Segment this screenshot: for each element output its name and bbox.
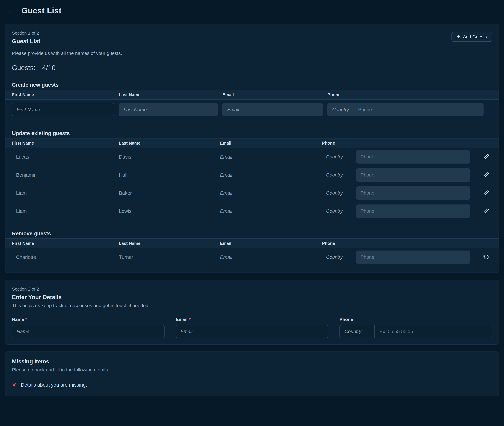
col-last-name: Last Name bbox=[119, 92, 222, 97]
section1-title: Guest List bbox=[12, 38, 40, 44]
table-row: Benjamin Hall Email Country bbox=[6, 166, 498, 184]
page-title: Guest List bbox=[21, 6, 62, 15]
section-guest-list: Section 1 of 2 Guest List + Add Guests P… bbox=[5, 24, 499, 273]
col-last-name: Last Name bbox=[119, 241, 220, 246]
missing-item: ✕ Details about you are missing. bbox=[12, 382, 492, 388]
pencil-icon bbox=[483, 172, 489, 178]
col-first-name: First Name bbox=[6, 141, 119, 146]
guest-email: Email bbox=[220, 154, 322, 160]
remove-guests-table: First Name Last Name Email Phone Charlot… bbox=[6, 238, 498, 266]
missing-items-title: Missing Items bbox=[12, 358, 492, 365]
name-field[interactable] bbox=[12, 325, 165, 338]
guest-last-name: Davis bbox=[119, 154, 220, 160]
table-row: Charlotte Turner Email Country bbox=[6, 248, 498, 266]
guest-phone-input[interactable] bbox=[356, 150, 471, 163]
phone-field-group: Country bbox=[339, 325, 492, 338]
undo-icon bbox=[483, 254, 489, 260]
section-your-details: Section 2 of 2 Enter Your Details This h… bbox=[5, 280, 499, 345]
guest-first-name: Liam bbox=[6, 208, 119, 214]
edit-guest-button[interactable] bbox=[483, 190, 489, 196]
guest-email: Email bbox=[220, 208, 322, 214]
new-phone-input[interactable] bbox=[358, 103, 483, 116]
remove-table-header: First Name Last Name Email Phone bbox=[6, 238, 498, 248]
new-first-name-input[interactable] bbox=[12, 103, 114, 116]
guest-country-selector[interactable]: Country bbox=[322, 190, 356, 196]
col-last-name: Last Name bbox=[119, 141, 220, 146]
pencil-icon bbox=[483, 190, 489, 196]
section2-title: Enter Your Details bbox=[12, 294, 492, 300]
plus-icon: + bbox=[457, 34, 460, 40]
guest-phone-input[interactable] bbox=[356, 168, 471, 182]
phone-field[interactable] bbox=[375, 325, 492, 338]
section-missing-items: Missing Items Please go back and fill in… bbox=[5, 351, 499, 396]
required-asterisk: * bbox=[189, 317, 191, 322]
guests-counter: Guests:4/10 bbox=[12, 64, 492, 72]
error-x-icon: ✕ bbox=[12, 382, 16, 388]
guest-email: Email bbox=[220, 172, 322, 178]
new-phone-field: Country bbox=[327, 103, 483, 116]
col-first-name: First Name bbox=[6, 92, 119, 97]
update-guests-table: First Name Last Name Email Phone Lucas D… bbox=[6, 138, 498, 220]
update-table-header: First Name Last Name Email Phone bbox=[6, 138, 498, 148]
guest-country-selector[interactable]: Country bbox=[322, 172, 356, 178]
pencil-icon bbox=[483, 208, 489, 214]
guest-phone-input[interactable] bbox=[356, 250, 471, 264]
add-guests-label: Add Guests bbox=[463, 34, 487, 40]
create-guests-table: First Name Last Name Email Phone Country bbox=[6, 90, 498, 120]
guest-last-name: Lewis bbox=[119, 208, 220, 214]
create-guest-row: Country bbox=[6, 99, 498, 120]
edit-guest-button[interactable] bbox=[483, 154, 489, 160]
new-email-input[interactable] bbox=[222, 103, 323, 116]
guest-first-name: Liam bbox=[6, 190, 119, 196]
section2-description: This helps us keep track of responses an… bbox=[12, 303, 492, 308]
guest-first-name: Lucas bbox=[6, 154, 119, 160]
guest-first-name: Benjamin bbox=[6, 172, 119, 178]
guest-first-name: Charlotte bbox=[6, 255, 119, 260]
guest-last-name: Turner bbox=[119, 255, 220, 260]
add-guests-button[interactable]: + Add Guests bbox=[451, 32, 492, 42]
update-guests-heading: Update existing guests bbox=[12, 130, 492, 136]
create-table-header: First Name Last Name Email Phone bbox=[6, 90, 498, 99]
new-last-name-input[interactable] bbox=[119, 103, 218, 116]
guest-country-selector[interactable]: Country bbox=[322, 154, 356, 160]
pencil-icon bbox=[483, 154, 489, 160]
table-row: Liam Lewis Email Country bbox=[6, 202, 498, 220]
guests-count: 4/10 bbox=[42, 64, 56, 71]
edit-guest-button[interactable] bbox=[483, 172, 489, 178]
create-guests-heading: Create new guests bbox=[12, 82, 492, 88]
back-button[interactable]: ← bbox=[7, 7, 15, 14]
name-label: Name* bbox=[12, 317, 165, 322]
guest-email: Email bbox=[220, 190, 322, 196]
back-arrow-icon: ← bbox=[7, 6, 15, 15]
new-country-selector[interactable]: Country bbox=[327, 107, 358, 112]
guest-country-selector[interactable]: Country bbox=[322, 208, 356, 214]
missing-item-text: Details about you are missing. bbox=[21, 382, 87, 388]
required-asterisk: * bbox=[25, 317, 27, 322]
col-email: Email bbox=[220, 241, 322, 246]
section1-description: Please provide us with all the names of … bbox=[12, 51, 492, 56]
phone-label: Phone bbox=[339, 317, 492, 322]
page-header: ← Guest List bbox=[0, 0, 504, 19]
remove-guests-heading: Remove guests bbox=[12, 231, 492, 237]
col-phone: Phone bbox=[322, 141, 474, 146]
guest-phone-input[interactable] bbox=[356, 205, 471, 218]
guest-country-selector[interactable]: Country bbox=[322, 255, 356, 260]
col-first-name: First Name bbox=[6, 241, 119, 246]
guest-last-name: Hall bbox=[119, 172, 220, 178]
table-row: Lucas Davis Email Country bbox=[6, 148, 498, 166]
edit-guest-button[interactable] bbox=[483, 208, 489, 214]
guest-last-name: Baker bbox=[119, 190, 220, 196]
missing-items-description: Please go back and fill in the following… bbox=[12, 367, 492, 373]
section1-kicker: Section 1 of 2 bbox=[12, 30, 40, 36]
col-email: Email bbox=[220, 141, 322, 146]
table-row: Liam Baker Email Country bbox=[6, 184, 498, 202]
col-phone: Phone bbox=[327, 92, 498, 97]
email-label: Email* bbox=[176, 317, 328, 322]
guests-label: Guests: bbox=[12, 64, 35, 71]
guest-phone-input[interactable] bbox=[356, 186, 471, 200]
col-email: Email bbox=[222, 92, 327, 97]
guest-email: Email bbox=[220, 255, 322, 260]
email-field[interactable] bbox=[176, 325, 328, 338]
country-selector[interactable]: Country bbox=[340, 325, 375, 338]
restore-guest-button[interactable] bbox=[483, 254, 489, 260]
